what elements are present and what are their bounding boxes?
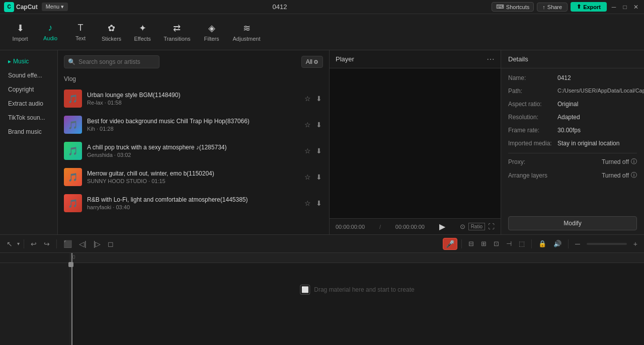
share-button[interactable]: ↑ Share (537, 3, 568, 12)
delete-button[interactable]: ◻ (105, 238, 116, 249)
list-item[interactable]: 🎵 R&B with Lo-Fi, light and comfortable … (58, 190, 329, 216)
music-list: 🎵 Urban lounge style BGM(1148490) Re-lax… (58, 85, 329, 234)
details-body: Name: 0412 Path: C:/Users/USER/AppData/L… (501, 68, 644, 212)
zoom-in-button[interactable]: + (631, 238, 640, 249)
music-actions-4: ☆ ⬇ (303, 172, 323, 182)
list-item[interactable]: 🎵 Best for video background music Chill … (58, 112, 329, 138)
player-menu-button[interactable]: ⋯ (487, 54, 495, 64)
shortcuts-button[interactable]: ⌨ Shortcuts (492, 2, 534, 12)
split-button[interactable]: ⬛ (61, 238, 74, 249)
sidebar-item-sound-effects[interactable]: Sound effe... (3, 69, 54, 82)
redo-button[interactable]: ↪ (41, 238, 52, 249)
details-title: Details (508, 55, 528, 63)
player-right-buttons: ⊙ Ratio ⛶ (460, 223, 495, 230)
timeline-btn-6[interactable]: 🔒 (536, 238, 549, 249)
tool-audio-label: Audio (43, 35, 57, 41)
cursor-tool-button[interactable]: ↖ (4, 238, 15, 249)
arrange-info-icon[interactable]: ⓘ (631, 171, 637, 180)
tool-transitions[interactable]: ⇄ Transitions (158, 20, 195, 45)
close-button[interactable]: ✕ (632, 3, 640, 11)
search-input[interactable] (64, 55, 159, 68)
tool-stickers-label: Stickers (102, 36, 121, 42)
tool-filters-label: Filters (204, 36, 219, 42)
tool-text[interactable]: T Text (66, 20, 95, 44)
logo-icon: C (4, 2, 14, 12)
timeline-toolbar: ↖ ▾ ↩ ↪ ⬛ ◁| |▷ ◻ 🎤 ⊟ ⊞ ⊡ ⊣ ⬚ 🔒 🔊 ─ + (0, 235, 644, 253)
left-panel: ▸ Music Sound effe... Copyright Extract … (0, 50, 58, 234)
music-thumb-3: 🎵 (64, 142, 82, 160)
list-item[interactable]: 🎵 Merrow guitar, chill out, winter, emo … (58, 164, 329, 190)
favorite-button-2[interactable]: ☆ (303, 120, 312, 130)
mic-button[interactable]: 🎤 (443, 238, 457, 250)
drop-text: Drag material here and start to create (314, 286, 414, 293)
undo-button[interactable]: ↩ (28, 238, 39, 249)
fullscreen-button[interactable]: ⛶ (488, 223, 495, 230)
imported-label: Imported media: (508, 140, 553, 147)
zoom-fit-button[interactable]: ⊙ (460, 223, 465, 230)
maximize-button[interactable]: □ (621, 3, 629, 11)
filter-label: All (306, 58, 312, 65)
tool-adjustment-label: Adjustment (233, 36, 261, 42)
search-bar: 🔍 All ⚙ (58, 50, 329, 73)
export-button[interactable]: ⬆ Export (571, 2, 607, 12)
tool-adjustment[interactable]: ≋ Adjustment (228, 20, 266, 45)
timeline-btn-2[interactable]: ⊞ (478, 238, 489, 249)
menu-button[interactable]: Menu ▾ (42, 3, 68, 11)
toolbar: ⬇ Import ♪ Audio T Text ✿ Stickers ✦ Eff… (0, 14, 644, 50)
favorite-button-1[interactable]: ☆ (303, 94, 312, 104)
favorite-button-5[interactable]: ☆ (303, 198, 312, 208)
download-button-2[interactable]: ⬇ (315, 120, 323, 130)
trim-left-button[interactable]: ◁| (76, 238, 89, 249)
music-thumb-5: 🎵 (64, 194, 82, 212)
trim-right-button[interactable]: |▷ (91, 238, 104, 249)
download-button-3[interactable]: ⬇ (315, 146, 323, 156)
detail-imported-row: Imported media: Stay in original locatio… (508, 140, 637, 147)
minimize-button[interactable]: ─ (610, 3, 618, 11)
timeline-btn-1[interactable]: ⊟ (466, 238, 476, 249)
tool-import[interactable]: ⬇ Import (6, 20, 34, 45)
list-item[interactable]: 🎵 Urban lounge style BGM(1148490) Re-lax… (58, 85, 329, 112)
timeline-btn-7[interactable]: 🔊 (551, 238, 564, 249)
zoom-out-button[interactable]: ─ (573, 238, 583, 249)
zoom-slider[interactable] (587, 243, 627, 245)
modify-button[interactable]: Modify (508, 216, 637, 230)
favorite-button-4[interactable]: ☆ (303, 172, 312, 182)
divider-4 (531, 239, 532, 248)
music-thumb-1: 🎵 (64, 90, 82, 108)
tool-effects[interactable]: ✦ Effects (128, 20, 156, 45)
aspect-value: Original (557, 101, 637, 108)
cursor-dropdown[interactable]: ▾ (17, 241, 20, 246)
timeline-btn-5[interactable]: ⬚ (516, 238, 527, 249)
sidebar-item-music[interactable]: ▸ Music (3, 55, 54, 68)
sidebar-item-copyright[interactable]: Copyright (3, 83, 54, 96)
tool-filters[interactable]: ◈ Filters (198, 20, 226, 45)
sidebar-item-tiktok[interactable]: TikTok soun... (3, 111, 54, 124)
music-title-4: Merrow guitar, chill out, winter, emo b(… (87, 170, 298, 177)
tool-audio[interactable]: ♪ Audio (36, 20, 64, 44)
timeline-track-area: 0 ⬜ Drag material here and start to crea… (0, 253, 644, 345)
share-icon: ↑ (542, 4, 545, 10)
music-meta-1: Re-lax · 01:58 (87, 100, 298, 106)
drop-icon: ⬜ (300, 285, 310, 295)
tool-text-label: Text (75, 35, 86, 41)
filter-button[interactable]: All ⚙ (301, 56, 323, 68)
download-button-5[interactable]: ⬇ (315, 198, 323, 208)
favorite-button-3[interactable]: ☆ (303, 146, 312, 156)
list-item[interactable]: 🎵 A chill pop truck with a sexy atmosphe… (58, 138, 329, 164)
import-icon: ⬇ (17, 23, 24, 34)
download-button-4[interactable]: ⬇ (315, 172, 323, 182)
project-name: 0412 (273, 3, 287, 11)
timeline-btn-3[interactable]: ⊡ (491, 238, 502, 249)
player-panel: Player ⋯ 00:00:00:00 / 00:00:00:00 ▶ ⊙ R… (330, 50, 501, 234)
download-button-1[interactable]: ⬇ (315, 94, 323, 104)
ratio-button[interactable]: Ratio (468, 223, 485, 230)
proxy-row: Proxy: Turned off ⓘ (508, 157, 637, 166)
proxy-info-icon[interactable]: ⓘ (631, 157, 637, 166)
timeline-btn-4[interactable]: ⊣ (504, 238, 514, 249)
tool-stickers[interactable]: ✿ Stickers (97, 20, 126, 45)
play-button[interactable]: ▶ (439, 222, 445, 231)
sidebar-item-extract-audio[interactable]: Extract audio (3, 97, 54, 110)
sidebar-item-brand-music[interactable]: Brand music (3, 125, 54, 138)
audio-icon: ♪ (48, 23, 53, 33)
filter-icon: ⚙ (313, 59, 318, 65)
